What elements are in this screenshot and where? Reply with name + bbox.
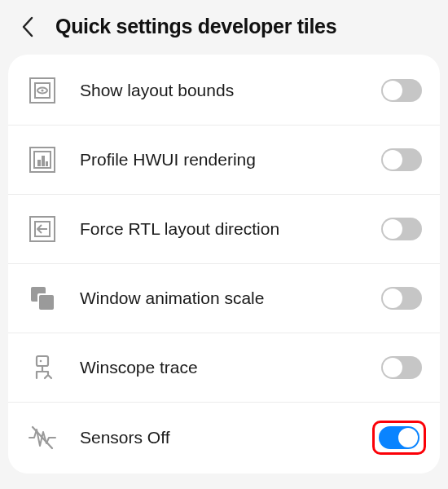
row-label: Sensors Off [80,428,372,447]
row-label: Force RTL layout direction [80,219,381,239]
toggle-sensors-off[interactable] [379,426,419,449]
row-show-layout-bounds[interactable]: Show layout bounds [8,56,440,126]
row-label: Profile HWUI rendering [80,150,381,170]
toggle-knob [383,289,402,308]
window-animation-icon [26,282,59,315]
row-label: Show layout bounds [80,81,381,100]
svg-rect-6 [37,160,41,166]
toggle-knob [383,150,402,170]
highlight-box [372,421,426,455]
svg-point-16 [40,360,42,363]
row-force-rtl[interactable]: Force RTL layout direction [8,195,440,264]
rtl-layout-icon [26,213,59,245]
layout-bounds-icon [26,74,59,107]
toggle-knob [383,358,402,377]
toggle-show-layout-bounds[interactable] [381,79,422,102]
svg-rect-14 [39,295,54,310]
row-winscope-trace[interactable]: Winscope trace [8,333,440,403]
svg-rect-15 [37,356,48,366]
toggle-force-rtl[interactable] [381,218,422,240]
winscope-trace-icon [26,351,59,384]
back-button[interactable] [16,15,39,38]
row-label: Window animation scale [80,289,381,308]
row-window-animation-scale[interactable]: Window animation scale [8,264,440,333]
toggle-knob [383,81,402,100]
row-label: Winscope trace [80,358,381,377]
toggle-profile-hwui[interactable] [381,148,422,171]
toggle-knob [398,428,418,447]
toggle-winscope-trace[interactable] [381,356,422,379]
toggle-knob [383,219,402,239]
header: Quick settings developer tiles [0,0,448,55]
settings-panel: Show layout bounds Profile HWUI renderin… [8,55,440,474]
back-icon [21,16,34,37]
sensors-off-icon [26,421,59,454]
row-profile-hwui[interactable]: Profile HWUI rendering [8,126,440,195]
svg-rect-7 [42,156,45,166]
row-sensors-off[interactable]: Sensors Off [8,403,440,472]
profile-hwui-icon [26,143,59,176]
svg-rect-8 [46,161,48,166]
svg-point-3 [41,89,43,91]
page-title: Quick settings developer tiles [55,15,336,38]
toggle-window-animation-scale[interactable] [381,287,422,310]
